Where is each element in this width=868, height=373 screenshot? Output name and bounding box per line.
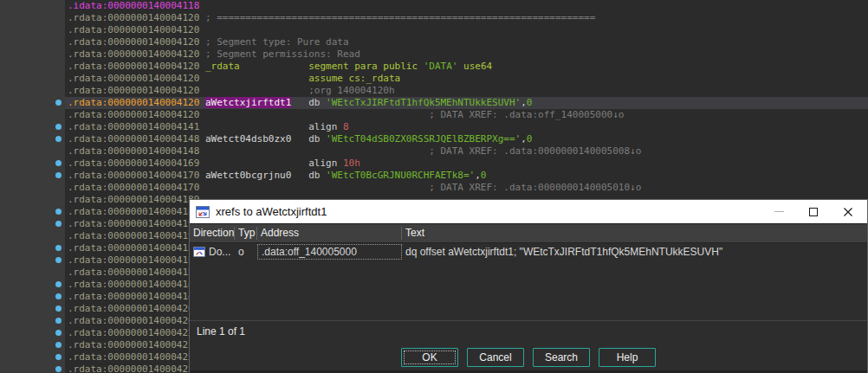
asm-line[interactable]: .rdata:0000000140004170 ; DATA XREF: .da…	[65, 182, 868, 194]
asm-line-selected[interactable]: .rdata:0000000140004120 aWetctxjirftdt1 …	[65, 97, 868, 109]
breakpoint-dot-icon	[55, 209, 62, 215]
asm-segment-plain: ,	[521, 97, 527, 108]
asm-segment-addr: .rdata:0000000140004120	[68, 73, 199, 84]
breakpoint-dot-icon	[55, 172, 62, 178]
asm-line[interactable]: .rdata:0000000140004170 aWetct0bcgrjnu0 …	[65, 170, 868, 182]
dialog-titlebar[interactable]: xrefs to aWetctxjirftdt1	[190, 200, 867, 223]
asm-segment-plain	[199, 61, 205, 72]
asm-segment-com: ; Segment type: Pure data	[199, 36, 348, 48]
asm-line[interactable]: .rdata:0000000140004141 align 8	[65, 121, 868, 133]
asm-segment-com: ; DATA XREF: .data:0000000140005008↓o	[429, 145, 641, 157]
text-cell: dq offset aWetctxjirftdt1; "WEtcTxJIRFtd…	[402, 244, 867, 260]
asm-segment-plain	[199, 109, 429, 120]
asm-segment-addr: .rdata:0000000140004189	[68, 194, 199, 205]
xrefs-dialog: xrefs to aWetctxjirftdt1 Direction Typ A…	[189, 199, 868, 373]
breakpoint-dot-icon	[55, 318, 62, 324]
typ-cell: o	[235, 244, 257, 260]
asm-segment-str: 0	[481, 170, 487, 181]
column-header-text[interactable]: Text	[402, 227, 867, 240]
dialog-title: xrefs to aWetctxjirftdt1	[216, 205, 761, 218]
cancel-button[interactable]: Cancel	[467, 348, 524, 367]
asm-segment-com: ; ======================================…	[199, 12, 595, 23]
asm-segment-num: 10h	[343, 158, 360, 169]
asm-segment-plain	[199, 170, 205, 181]
xref-table-row[interactable]: Do... o .data:off_140005000 dq offset aW…	[190, 243, 867, 260]
breakpoint-dot-icon	[55, 330, 62, 336]
asm-segment-kw: assume cs:_rdata	[308, 73, 400, 84]
breakpoint-dot-icon	[55, 160, 62, 166]
asm-segment-addr: .rdata:0000000140004170	[68, 182, 199, 193]
asm-segment-plain: ,	[475, 170, 481, 181]
search-button[interactable]: Search	[533, 348, 590, 367]
close-button[interactable]	[831, 202, 865, 222]
address-cell: .data:off_140005000	[257, 244, 402, 260]
asm-line[interactable]: .rdata:0000000140004120 ;org 140004120h	[65, 85, 868, 97]
ok-button[interactable]: OK	[401, 348, 458, 367]
asm-line[interactable]: .rdata:0000000140004120 ; Segment permis…	[65, 48, 868, 61]
asm-segment-str: 'WEtcTxJIRFtdT1hfQk5MEhNTUkkESUVH'	[326, 97, 521, 108]
asm-segment-kw: segment para public	[308, 61, 423, 72]
breakpoint-dot-icon	[55, 293, 62, 299]
minimize-icon	[774, 211, 784, 212]
breakpoint-dot-icon	[55, 221, 62, 227]
asm-segment-addr: .rdata:00000001400041e0	[68, 291, 199, 302]
xref-window-icon	[196, 206, 210, 218]
asm-line[interactable]: .rdata:0000000140004120	[65, 24, 868, 36]
asm-segment-addr: .rdata:00000001400041d9	[68, 279, 199, 290]
asm-line[interactable]: .rdata:0000000140004120 assume cs:_rdata	[65, 73, 868, 85]
line-count-status: Line 1 of 1	[197, 325, 245, 338]
asm-segment-plain	[199, 97, 205, 108]
asm-segment-addr: .rdata:0000000140004169	[68, 158, 199, 169]
asm-segment-addr-sel: .rdata:0000000140004120	[68, 97, 199, 108]
asm-segment-str: 'WEtcT04dSB0ZX0RSSRJQElBZBERPXg=='	[326, 133, 521, 145]
asm-segment-addr: .rdata:0000000140004258	[68, 363, 199, 373]
xref-row-icon	[193, 247, 205, 257]
asm-line[interactable]: .rdata:0000000140004120 ; Segment type: …	[65, 36, 868, 48]
asm-line[interactable]: .rdata:0000000140004169 align 10h	[65, 158, 868, 170]
asm-segment-str: 0	[527, 133, 533, 145]
asm-segment-num: 8	[343, 121, 349, 132]
maximize-button[interactable]	[796, 202, 831, 222]
breakpoint-dot-icon	[55, 305, 62, 312]
asm-segment-addr: .rdata:0000000140004229	[68, 327, 199, 338]
asm-segment-com: ; DATA XREF: .data:off_140005000↓o	[429, 109, 624, 120]
column-header-address[interactable]: Address	[257, 227, 402, 240]
asm-segment-addr: .rdata:00000001400041b8	[68, 267, 199, 278]
asm-segment-label-hl: aWetctxjirftdt1	[205, 97, 291, 108]
asm-segment-plain	[199, 182, 429, 193]
maximize-icon	[809, 208, 818, 216]
asm-segment-addr: .rdata:0000000140004120	[68, 48, 199, 60]
asm-line[interactable]: .rdata:0000000140004148 ; DATA XREF: .da…	[65, 145, 868, 158]
asm-segment-plain	[199, 133, 205, 145]
asm-segment-str: 0	[527, 97, 533, 108]
asm-segment-addr: .rdata:0000000140004251	[68, 351, 199, 363]
asm-line[interactable]: .rdata:0000000140004120 ; DATA XREF: .da…	[65, 109, 868, 121]
asm-segment-addr: .rdata:0000000140004141	[68, 121, 199, 132]
asm-segment-label: aWetct0bcgrjnu0	[205, 170, 291, 181]
asm-line[interactable]: .rdata:0000000140004148 aWetct04dsb0zx0 …	[65, 133, 868, 145]
help-button[interactable]: Help	[599, 348, 656, 367]
asm-segment-addr: .rdata:0000000140004190	[68, 230, 199, 241]
asm-segment-plain	[240, 61, 308, 72]
asm-segment-addr: .rdata:0000000140004120	[68, 24, 199, 35]
asm-segment-com: ; Segment permissions: Read	[199, 48, 360, 60]
asm-segment-addr: .rdata:0000000140004189	[68, 206, 199, 217]
minimize-button[interactable]	[761, 202, 796, 222]
asm-line[interactable]: .rdata:0000000140004120 _rdata segment p…	[65, 61, 868, 73]
breakpoint-dot-icon	[55, 124, 62, 130]
asm-segment-plain: db	[291, 133, 326, 145]
xrefs-table-empty-area	[190, 260, 867, 320]
column-header-direction[interactable]: Direction	[190, 227, 235, 240]
asm-segment-addr: .rdata:00000001400041b1	[68, 242, 199, 254]
asm-segment-plain: db	[291, 97, 326, 108]
column-header-typ[interactable]: Typ	[235, 227, 257, 240]
asm-segment-addr: .rdata:0000000140004190	[68, 218, 199, 229]
asm-segment-addr: .rdata:0000000140004201	[68, 303, 199, 314]
asm-line[interactable]: .idata:0000000140004118	[65, 0, 868, 12]
asm-segment-kw: _rdata	[205, 61, 240, 72]
asm-segment-addr: .rdata:0000000140004120	[68, 109, 199, 120]
asm-segment-plain	[199, 73, 308, 84]
asm-line[interactable]: .rdata:0000000140004120 ; ==============…	[65, 12, 868, 24]
breakpoint-dot-icon	[55, 136, 62, 142]
breakpoint-dot-icon	[55, 366, 62, 372]
